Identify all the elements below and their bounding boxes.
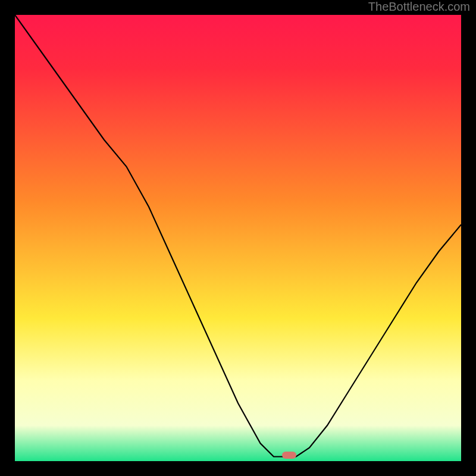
gradient-background [15,15,461,461]
plot-area [15,15,461,461]
plot-svg [15,15,461,461]
optimal-marker [282,452,296,459]
chart-frame: TheBottleneck.com [0,0,476,476]
watermark-text: TheBottleneck.com [368,0,470,14]
